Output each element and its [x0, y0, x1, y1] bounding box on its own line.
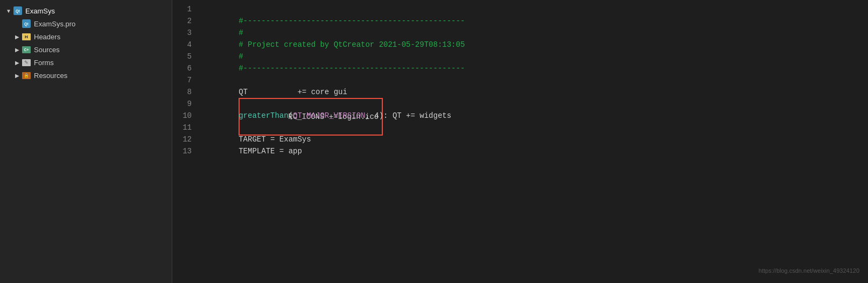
ln-9: 9	[172, 98, 192, 110]
ln-6: 6	[172, 62, 192, 74]
examsys-pro-label: ExamSys.pro	[34, 20, 75, 28]
ln-4: 4	[172, 39, 192, 51]
forms-folder-icon	[22, 58, 31, 67]
expand-arrow-examsys[interactable]	[4, 8, 13, 14]
code-line-11: TARGET = ExamSys	[202, 122, 868, 133]
ln-13: 13	[172, 145, 192, 157]
arrow-sources[interactable]	[13, 47, 22, 53]
sidebar: ExamSys ExamSys.pro Headers Sources Form…	[0, 0, 172, 283]
examsys-root-label: ExamSys	[25, 7, 55, 15]
ln-2: 2	[172, 15, 192, 27]
code-line-4: #	[202, 39, 868, 51]
sidebar-item-resources[interactable]: Resources	[0, 69, 172, 82]
code-line-13	[202, 145, 868, 157]
examsys-project-icon	[13, 6, 23, 16]
ln-3: 3	[172, 27, 192, 39]
code-line-9: greaterThan(QT_MAJOR_VERSION, 4): QT += …	[202, 98, 868, 110]
sidebar-item-examsys-pro[interactable]: ExamSys.pro	[0, 17, 172, 30]
sources-label: Sources	[34, 46, 60, 54]
code-line-6	[202, 62, 868, 74]
code-line-12: TEMPLATE = app	[202, 133, 868, 145]
sources-folder-icon	[22, 45, 31, 54]
arrow-headers[interactable]	[13, 34, 22, 40]
code-line-10	[202, 110, 868, 122]
arrow-resources[interactable]	[13, 73, 22, 79]
code-content[interactable]: #---------------------------------------…	[198, 2, 868, 281]
resources-folder-icon	[22, 70, 31, 80]
resources-label: Resources	[34, 72, 67, 80]
ln-12: 12	[172, 133, 192, 145]
arrow-forms[interactable]	[13, 60, 22, 66]
ln-10: 10	[172, 110, 192, 122]
sidebar-item-headers[interactable]: Headers	[0, 30, 172, 43]
examsys-pro-icon	[22, 19, 31, 29]
ln-11: 11	[172, 122, 192, 133]
code-editor: 1 2 3 4 5 6 7 8 9 10 11 12 13 #---------…	[172, 0, 868, 283]
sidebar-item-sources[interactable]: Sources	[0, 43, 172, 56]
headers-label: Headers	[34, 33, 60, 41]
code-line-3: # Project created by QtCreator 2021-05-2…	[202, 27, 868, 39]
ln-1: 1	[172, 3, 192, 15]
headers-folder-icon	[22, 32, 31, 41]
code-line-2: #	[202, 15, 868, 27]
ln-5: 5	[172, 51, 192, 62]
code-line-7: QT += core gui	[202, 74, 868, 86]
code-area: 1 2 3 4 5 6 7 8 9 10 11 12 13 #---------…	[172, 0, 868, 283]
forms-label: Forms	[34, 59, 54, 67]
ln-7: 7	[172, 74, 192, 86]
code-line-1: #---------------------------------------…	[202, 3, 868, 15]
code-line-8: RC_ICONS +=login.ico	[202, 86, 868, 98]
ln-8: 8	[172, 86, 192, 98]
code-line-5: #---------------------------------------…	[202, 51, 868, 62]
watermark-text: https://blog.csdn.net/weixin_49324120	[759, 265, 859, 277]
sidebar-item-forms[interactable]: Forms	[0, 56, 172, 69]
line-numbers: 1 2 3 4 5 6 7 8 9 10 11 12 13	[172, 2, 198, 281]
sidebar-item-examsys-root[interactable]: ExamSys	[0, 4, 172, 17]
